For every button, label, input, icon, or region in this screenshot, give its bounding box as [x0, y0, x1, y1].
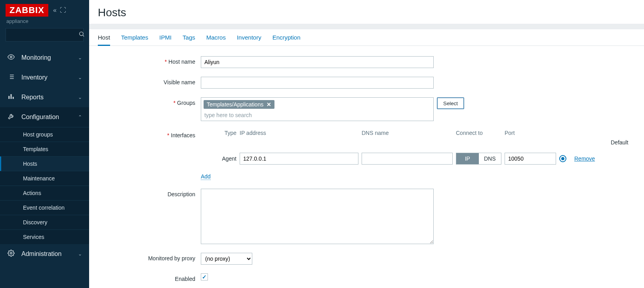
list-icon	[7, 73, 15, 82]
subnav-host-groups[interactable]: Host groups	[0, 127, 89, 142]
tab-host[interactable]: Host	[98, 34, 110, 46]
nav-inventory[interactable]: Inventory ⌄	[0, 68, 89, 87]
groups-multiselect[interactable]: Templates/Applications ✕	[201, 97, 434, 121]
svg-point-2	[10, 56, 12, 58]
nav-administration[interactable]: Administration ⌄	[0, 244, 89, 264]
col-ip: IP address	[240, 130, 358, 136]
col-port: Port	[505, 130, 556, 136]
group-tag: Templates/Applications ✕	[204, 100, 274, 109]
interface-port-input[interactable]	[505, 153, 556, 165]
host-name-input[interactable]	[201, 56, 434, 68]
chevron-down-icon: ⌄	[78, 251, 82, 257]
groups-search-input[interactable]	[204, 110, 431, 120]
interface-dns-input[interactable]	[362, 153, 453, 165]
tab-macros[interactable]: Macros	[206, 34, 226, 45]
col-connect-to: Connect to	[456, 130, 501, 136]
connect-to-ip[interactable]: IP	[456, 153, 479, 164]
tab-encryption[interactable]: Encryption	[272, 34, 301, 45]
sidebar-search-input[interactable]	[9, 32, 78, 38]
eye-icon	[7, 53, 15, 62]
configuration-subnav: Host groups Templates Hosts Maintenance …	[0, 127, 89, 244]
nav-label: Configuration	[21, 114, 59, 121]
svg-line-1	[83, 35, 84, 36]
label-visible-name: Visible name	[98, 77, 201, 85]
logo-row: ZABBIX « ⛶	[0, 0, 89, 18]
nav-monitoring[interactable]: Monitoring ⌄	[0, 48, 89, 68]
interface-type: Agent	[201, 155, 236, 162]
svg-point-0	[80, 32, 83, 36]
collapse-sidebar-icon[interactable]: «	[53, 7, 57, 14]
subnav-discovery[interactable]: Discovery	[0, 215, 89, 229]
brand-logo: ZABBIX	[6, 4, 48, 17]
fullscreen-icon[interactable]: ⛶	[60, 7, 66, 14]
chevron-up-icon: ⌃	[78, 114, 82, 120]
proxy-select[interactable]: (no proxy)	[201, 253, 252, 265]
chevron-down-icon: ⌄	[78, 75, 82, 80]
subnav-templates[interactable]: Templates	[0, 142, 89, 156]
remove-tag-icon[interactable]: ✕	[267, 101, 271, 108]
svg-rect-11	[13, 97, 14, 99]
search-icon[interactable]	[78, 31, 85, 39]
add-interface-link[interactable]: Add	[201, 173, 211, 180]
groups-select-button[interactable]: Select	[437, 97, 464, 109]
nav-label: Monitoring	[21, 54, 51, 61]
subnav-hosts[interactable]: Hosts	[0, 156, 89, 171]
interface-ip-input[interactable]	[240, 153, 358, 165]
visible-name-input[interactable]	[201, 77, 434, 89]
svg-rect-10	[11, 94, 12, 99]
interface-default-radio[interactable]	[559, 155, 566, 162]
enabled-checkbox[interactable]: ✓	[201, 273, 208, 280]
label-groups: *Groups	[98, 97, 201, 106]
svg-rect-9	[8, 96, 10, 99]
col-dns: DNS name	[362, 130, 453, 136]
label-interfaces: *Interfaces	[98, 130, 201, 138]
tab-tags[interactable]: Tags	[183, 34, 195, 45]
chevron-down-icon: ⌄	[78, 55, 82, 61]
connect-to-toggle: IP DNS	[456, 153, 501, 165]
tab-ipmi[interactable]: IPMI	[159, 34, 171, 45]
appliance-label: appliance	[0, 18, 89, 28]
nav-configuration[interactable]: Configuration ⌃	[0, 107, 89, 127]
interface-remove-link[interactable]: Remove	[574, 155, 606, 162]
toolbar-strip	[89, 24, 644, 29]
label-enabled: Enabled	[98, 273, 201, 282]
connect-to-dns[interactable]: DNS	[479, 153, 501, 164]
interface-row: Agent IP DNS Remove	[201, 153, 606, 165]
gear-icon	[7, 250, 15, 258]
nav-reports[interactable]: Reports ⌄	[0, 87, 89, 107]
subnav-event-correlation[interactable]: Event correlation	[0, 200, 89, 215]
col-type: Type	[201, 130, 236, 136]
wrench-icon	[7, 113, 15, 121]
group-tag-label: Templates/Applications	[207, 101, 263, 108]
nav-label: Administration	[21, 250, 61, 258]
page-title: Hosts	[89, 0, 644, 24]
chevron-down-icon: ⌄	[78, 95, 82, 100]
svg-point-12	[10, 252, 12, 254]
subnav-actions[interactable]: Actions	[0, 186, 89, 200]
tab-templates[interactable]: Templates	[121, 34, 148, 45]
nav-label: Inventory	[21, 74, 48, 81]
nav-label: Reports	[21, 94, 44, 101]
label-host-name: *Host name	[98, 56, 201, 65]
tab-inventory[interactable]: Inventory	[237, 34, 261, 45]
subnav-services[interactable]: Services	[0, 229, 89, 244]
sidebar-search[interactable]	[6, 28, 84, 42]
tabs: Host Templates IPMI Tags Macros Inventor…	[89, 29, 644, 46]
label-description: Description	[98, 189, 201, 197]
col-default: Default	[611, 139, 642, 146]
sidebar: ZABBIX « ⛶ appliance Monitoring ⌄ Invent…	[0, 0, 89, 288]
subnav-maintenance[interactable]: Maintenance	[0, 171, 89, 186]
interfaces-header: Type IP address DNS name Connect to Port…	[201, 130, 606, 146]
main-content: Hosts Host Templates IPMI Tags Macros In…	[89, 0, 644, 288]
host-form: *Host name Visible name *Groups Template…	[89, 46, 644, 288]
bar-chart-icon	[7, 93, 15, 102]
description-textarea[interactable]	[201, 189, 434, 244]
label-proxy: Monitored by proxy	[98, 253, 201, 261]
